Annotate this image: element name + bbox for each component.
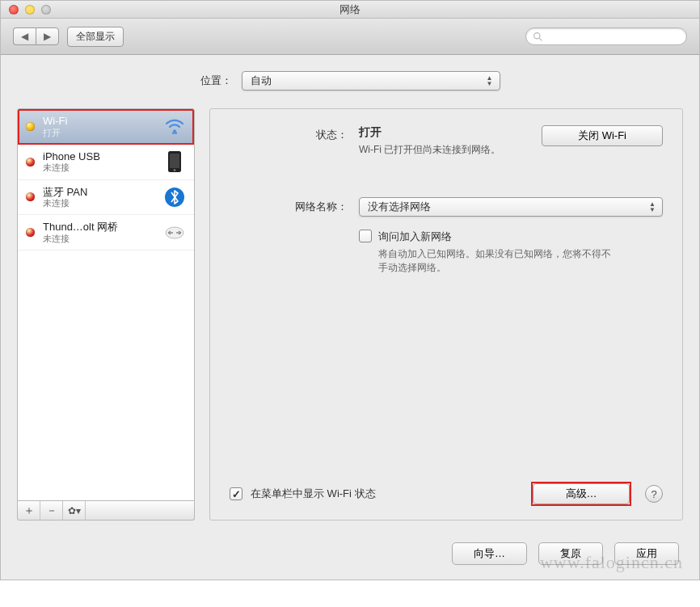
- help-button[interactable]: ?: [645, 485, 663, 503]
- ask-join-description: 将自动加入已知网络。如果没有已知网络，您将不得不手动选择网络。: [378, 247, 613, 275]
- svg-point-0: [534, 32, 540, 38]
- forward-button[interactable]: ▶: [36, 27, 59, 45]
- status-dot-icon: [26, 122, 35, 131]
- location-popup[interactable]: 自动 ▲▼: [242, 71, 500, 91]
- bluetooth-icon: [163, 186, 186, 209]
- svg-line-1: [539, 38, 542, 40]
- status-description: Wi-Fi 已打开但尚未连接到网络。: [359, 143, 542, 157]
- network-name-value: 没有选择网络: [368, 200, 431, 214]
- show-in-menubar-checkbox[interactable]: [230, 487, 242, 500]
- titlebar: 网络: [1, 1, 699, 19]
- turn-wifi-off-button[interactable]: 关闭 Wi-Fi: [542, 125, 663, 146]
- assist-button[interactable]: 向导…: [452, 542, 527, 565]
- show-in-menubar-label: 在菜单栏中显示 Wi-Fi 状态: [251, 487, 376, 501]
- svg-point-5: [174, 169, 176, 171]
- search-field[interactable]: [525, 27, 687, 45]
- wifi-icon: [163, 115, 186, 137]
- status-dot-icon: [26, 228, 35, 237]
- phone-icon: [163, 150, 186, 173]
- footer: 向导… 复原 应用: [1, 533, 699, 580]
- sidebar-item-thunderbolt-bridge[interactable]: Thund…olt 网桥 未连接: [18, 215, 194, 251]
- sidebar-item-bluetooth-pan[interactable]: 蓝牙 PAN 未连接: [18, 180, 194, 216]
- status-dot-icon: [26, 158, 35, 167]
- svg-rect-4: [170, 154, 179, 168]
- detail-pane: 状态： 打开 Wi-Fi 已打开但尚未连接到网络。 关闭 Wi-Fi 网络: [209, 108, 683, 521]
- service-list: Wi-Fi 打开 iPhone USB 未连接: [17, 108, 195, 501]
- sidebar-item-sub: 未连接: [43, 234, 155, 244]
- advanced-button[interactable]: 高级…: [533, 483, 630, 504]
- status-label: 状态：: [230, 125, 359, 157]
- sidebar-item-label: Wi-Fi: [43, 115, 155, 128]
- search-icon: [533, 32, 543, 42]
- remove-service-button[interactable]: －: [40, 501, 63, 520]
- ask-join-checkbox[interactable]: [359, 230, 372, 242]
- revert-button[interactable]: 复原: [538, 542, 603, 565]
- service-actions-button[interactable]: ✿▾: [63, 501, 86, 520]
- window-title: 网络: [1, 2, 699, 17]
- nav-segment: ◀ ▶: [13, 27, 59, 45]
- chevron-updown-icon: ▲▼: [646, 200, 659, 214]
- network-name-label: 网络名称：: [230, 197, 359, 275]
- apply-button[interactable]: 应用: [614, 542, 679, 565]
- sidebar-item-label: iPhone USB: [43, 150, 155, 163]
- location-label: 位置：: [200, 74, 232, 88]
- thunderbolt-bridge-icon: [163, 221, 186, 244]
- sidebar-action-bar: ＋ － ✿▾: [17, 501, 195, 521]
- ask-join-label: 询问加入新网络: [378, 230, 613, 244]
- chevron-updown-icon: ▲▼: [483, 74, 496, 88]
- location-value: 自动: [251, 74, 272, 88]
- toolbar: ◀ ▶ 全部显示: [1, 19, 699, 55]
- sidebar-item-iphone-usb[interactable]: iPhone USB 未连接: [18, 145, 194, 180]
- network-name-popup[interactable]: 没有选择网络 ▲▼: [359, 197, 663, 217]
- status-value: 打开: [359, 125, 542, 140]
- search-input[interactable]: [546, 31, 680, 42]
- add-service-button[interactable]: ＋: [18, 501, 40, 520]
- sidebar-item-sub: 未连接: [43, 198, 155, 209]
- back-button[interactable]: ◀: [13, 27, 36, 45]
- status-dot-icon: [26, 192, 35, 201]
- svg-point-2: [173, 130, 176, 133]
- sidebar-item-sub: 未连接: [43, 162, 155, 173]
- sidebar-item-label: Thund…olt 网桥: [43, 221, 155, 234]
- sidebar-item-label: 蓝牙 PAN: [43, 186, 155, 199]
- sidebar-item-wifi[interactable]: Wi-Fi 打开: [18, 109, 194, 145]
- show-all-button[interactable]: 全部显示: [67, 27, 124, 47]
- sidebar-item-sub: 打开: [43, 128, 155, 138]
